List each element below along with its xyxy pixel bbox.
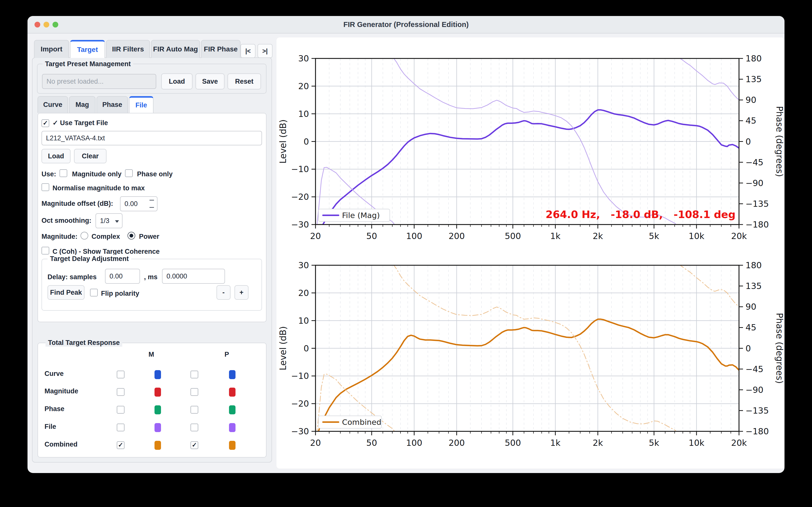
main-tab-fir-phase[interactable]: FIR Phase (201, 40, 241, 58)
svg-text:20: 20 (298, 288, 309, 298)
delay-group (42, 259, 262, 311)
ttr-magnitude-m-color-swatch[interactable] (154, 388, 161, 397)
oct-smoothing-label: Oct smoothing: (42, 217, 91, 225)
tab-scroll-right-button[interactable]: >| (257, 44, 272, 58)
svg-text:45: 45 (746, 323, 756, 332)
ttr-curve-p-checkbox[interactable]: ✓ (191, 371, 198, 378)
titlebar: FIR Generator (Professional Edition) (28, 16, 784, 34)
ttr-phase-m-color-swatch[interactable] (154, 405, 161, 414)
sub-tab-phase[interactable]: Phase (97, 96, 128, 113)
main-tab-fir-auto-mag[interactable]: FIR Auto Mag (151, 40, 200, 58)
svg-text:20: 20 (310, 231, 321, 241)
complex-radio-label: Complex (92, 233, 120, 240)
find-peak-button[interactable]: Find Peak (48, 285, 85, 300)
ttr-file-p-checkbox[interactable]: ✓ (191, 424, 198, 431)
svg-text:50: 50 (366, 438, 377, 448)
svg-text:10: 10 (298, 109, 309, 119)
svg-text:30: 30 (298, 53, 309, 63)
svg-text:10k: 10k (689, 438, 705, 448)
file-load-button[interactable]: Load (42, 149, 70, 163)
delay-ms-input[interactable]: 0.0000 (162, 269, 225, 284)
app-window: FIR Generator (Professional Edition) Imp… (28, 16, 784, 473)
coherence-label: C (Coh) - Show Target Coherence (52, 248, 160, 256)
svg-text:File (Mag): File (Mag) (342, 211, 380, 220)
file-clear-button[interactable]: Clear (74, 149, 106, 163)
svg-text:20: 20 (310, 438, 321, 448)
sub-tab-curve[interactable]: Curve (38, 96, 68, 113)
ttr-magnitude-p-color-swatch[interactable] (229, 388, 236, 397)
ttr-combined-m-checkbox[interactable]: ✓ (117, 441, 124, 449)
ttr-magnitude-m-checkbox[interactable]: ✓ (117, 388, 124, 396)
power-radio[interactable] (128, 232, 135, 239)
svg-text:45: 45 (746, 116, 756, 126)
coherence-checkbox[interactable]: ✓ (42, 247, 49, 255)
use-target-file-label: ✓ Use Target File (52, 119, 108, 127)
delay-samples-value: 0.00 (109, 273, 123, 280)
screen: FIR Generator (Professional Edition) Imp… (0, 0, 812, 507)
ttr-file-m-color-swatch[interactable] (154, 423, 161, 432)
preset-reset-button[interactable]: Reset (227, 73, 261, 90)
ttr-phase-p-checkbox[interactable]: ✓ (191, 406, 198, 413)
target-file-input[interactable]: L212_VATASA-4.txt (42, 131, 262, 145)
ttr-curve-m-color-swatch[interactable] (154, 370, 161, 379)
ttr-row-label-file: File (45, 423, 56, 431)
svg-text:135: 135 (746, 74, 762, 84)
phase-only-checkbox[interactable]: ✓ (125, 169, 133, 177)
ttr-combined-p-color-swatch[interactable] (229, 441, 236, 450)
oct-smoothing-value: 1/3 (100, 217, 109, 225)
main-tab-bar: ImportTargetIIR FiltersFIR Auto MagFIR P… (34, 40, 241, 58)
magnitude-only-checkbox[interactable]: ✓ (59, 169, 67, 177)
svg-text:180: 180 (746, 53, 762, 63)
ttr-phase-m-checkbox[interactable]: ✓ (117, 406, 124, 413)
delay-plus-button[interactable]: + (235, 285, 249, 300)
combined-response-chart[interactable]: 20501002005001k2k5k10k20k3020100−10−20−3… (276, 252, 784, 468)
magnitude-mode-label: Magnitude: (42, 233, 78, 240)
ttr-file-p-color-swatch[interactable] (229, 423, 236, 432)
delay-group-title: Target Delay Adjustment (48, 255, 131, 263)
spinner-arrows-icon[interactable] (149, 198, 155, 209)
target-response-chart[interactable]: 20501002005001k2k5k10k20k3020100−10−20−3… (276, 38, 784, 252)
svg-text:264.0 Hz, -18.0 dB, -108.1: 264.0 Hz, -18.0 dB, -108.1 deg (546, 209, 735, 221)
sub-tab-file[interactable]: File (129, 96, 153, 113)
ttr-file-m-checkbox[interactable]: ✓ (117, 424, 124, 431)
tab-scroll-left-button[interactable]: |< (241, 44, 255, 58)
total-target-response-box (38, 343, 266, 458)
svg-text:100: 100 (406, 438, 422, 448)
svg-text:Level (dB): Level (dB) (278, 326, 288, 371)
main-tab-import[interactable]: Import (34, 40, 69, 58)
delay-ms-label: , ms (144, 273, 157, 281)
use-target-file-checkbox[interactable]: ✓ (42, 119, 49, 127)
ttr-combined-p-checkbox[interactable]: ✓ (191, 441, 198, 449)
delay-minus-button[interactable]: - (216, 285, 231, 300)
sub-tab-mag[interactable]: Mag (69, 96, 96, 113)
ttr-magnitude-p-checkbox[interactable]: ✓ (191, 388, 198, 396)
svg-text:50: 50 (366, 231, 377, 241)
ttr-combined-m-color-swatch[interactable] (154, 441, 161, 450)
main-tab-iir-filters[interactable]: IIR Filters (106, 40, 150, 58)
complex-radio[interactable] (81, 232, 88, 239)
preset-save-button[interactable]: Save (196, 73, 224, 90)
svg-text:−180: −180 (746, 220, 769, 229)
mag-offset-spinbox[interactable]: 0.00 (120, 196, 157, 211)
power-radio-label: Power (139, 233, 159, 240)
svg-text:0: 0 (746, 343, 751, 353)
column-header-p: P (224, 351, 229, 358)
ttr-curve-m-checkbox[interactable]: ✓ (117, 371, 124, 378)
oct-smoothing-select[interactable]: 1/3 (96, 213, 122, 228)
flip-polarity-checkbox[interactable]: ✓ (90, 289, 98, 296)
chevron-down-icon (115, 220, 119, 223)
svg-text:−20: −20 (291, 399, 309, 409)
main-tab-target[interactable]: Target (70, 40, 105, 58)
preset-name-input[interactable]: No preset loaded... (42, 74, 156, 89)
ttr-curve-p-color-swatch[interactable] (229, 370, 236, 379)
svg-text:5k: 5k (649, 438, 659, 448)
total-target-response-title: Total Target Response (46, 339, 122, 347)
preset-placeholder: No preset loaded... (47, 78, 103, 86)
delay-samples-input[interactable]: 0.00 (105, 269, 140, 284)
ttr-phase-p-color-swatch[interactable] (229, 405, 236, 414)
normalise-checkbox[interactable]: ✓ (42, 183, 49, 191)
window-title: FIR Generator (Professional Edition) (28, 16, 784, 33)
svg-text:0: 0 (304, 343, 309, 353)
flip-polarity-label: Flip polarity (101, 290, 139, 297)
preset-load-button[interactable]: Load (161, 73, 193, 90)
